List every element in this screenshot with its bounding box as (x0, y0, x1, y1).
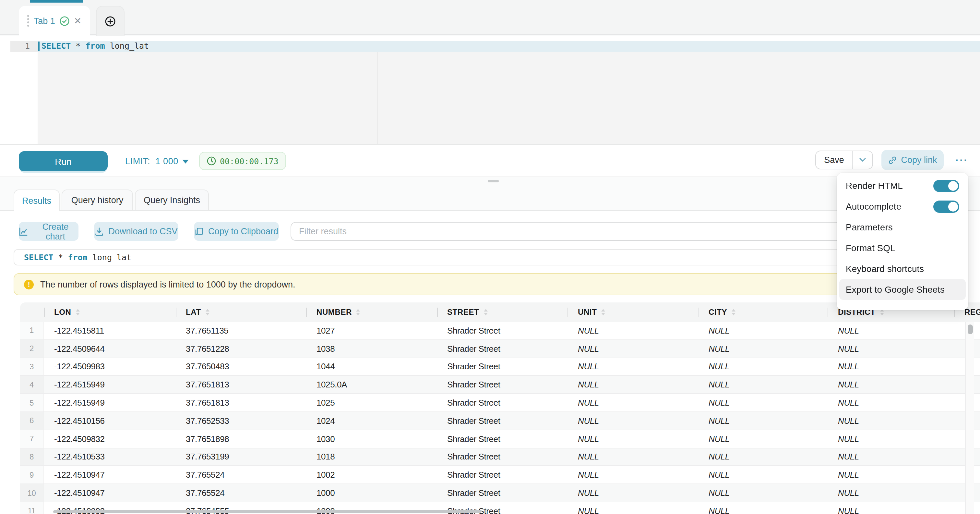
table-cell: 37.7651898 (175, 430, 306, 448)
editor-tab-bar: Tab 1 ✕ (0, 0, 980, 35)
table-cell: NULL (827, 340, 954, 358)
editor-divider (377, 52, 378, 144)
table-cell: -122.4510533 (44, 448, 175, 466)
save-button[interactable]: Save (816, 151, 853, 169)
sort-icon[interactable] (205, 309, 210, 315)
menu-item-export-to-google-sheets[interactable]: Export to Google Sheets (839, 279, 966, 300)
download-csv-button[interactable]: Download to CSV (94, 222, 178, 241)
table-cell: 1024 (306, 412, 437, 429)
editor-empty-area[interactable] (38, 52, 980, 144)
table-cell: 1000 (306, 484, 437, 502)
table-row[interactable]: 5-122.451594937.76518131025Shrader Stree… (20, 394, 980, 412)
menu-item-keyboard-shortcuts[interactable]: Keyboard shortcuts (839, 258, 966, 279)
table-cell: 1025 (306, 394, 437, 412)
editor-gutter (0, 52, 38, 144)
table-cell: -122.4515811 (44, 322, 175, 339)
table-cell: NULL (698, 502, 827, 514)
sql-code-line: SELECT * from long_lat (41, 41, 149, 52)
table-row[interactable]: 4-122.451594937.76518131025.0AShrader St… (20, 376, 980, 394)
editor-active-line[interactable]: 1 SELECT * from long_lat (0, 41, 980, 52)
table-cell: 37.765524 (175, 484, 306, 502)
table-cell: NULL (827, 394, 954, 412)
table-row[interactable]: 1-122.451581137.76511351027Shrader Stree… (20, 322, 980, 340)
menu-item-autocomplete[interactable]: Autocomplete (839, 196, 966, 217)
table-row[interactable]: 10-122.451094737.7655241000Shrader Stree… (20, 484, 980, 502)
column-header-city[interactable]: CITY (698, 302, 827, 322)
table-cell: NULL (568, 430, 698, 448)
table-cell: NULL (698, 448, 827, 466)
tab-results[interactable]: Results (14, 190, 60, 211)
table-row[interactable]: 8-122.451053337.76531991018Shrader Stree… (20, 448, 980, 466)
row-number: 6 (20, 412, 44, 429)
toggle-render-html[interactable] (933, 179, 959, 192)
column-header-lon[interactable]: LON (44, 302, 175, 322)
query-timer-badge: 00:00:00.173 (199, 152, 286, 170)
horizontal-scrollbar-thumb[interactable] (53, 510, 481, 513)
column-header-street[interactable]: STREET (437, 302, 568, 322)
sort-icon[interactable] (76, 309, 80, 315)
sort-icon[interactable] (484, 309, 487, 315)
sort-icon[interactable] (732, 309, 735, 315)
vertical-scrollbar-thumb[interactable] (968, 324, 973, 334)
vertical-scrollbar[interactable] (965, 322, 974, 514)
menu-item-parameters[interactable]: Parameters (839, 217, 966, 238)
table-cell: Shrader Street (437, 394, 568, 412)
new-tab-button[interactable] (96, 6, 124, 36)
tab-label: Tab 1 (34, 16, 55, 26)
column-header-lat[interactable]: LAT (175, 302, 306, 322)
tab-query-history[interactable]: Query history (62, 190, 133, 210)
table-cell: NULL (827, 466, 954, 484)
sort-icon[interactable] (601, 309, 605, 315)
menu-item-format-sql[interactable]: Format SQL (839, 238, 966, 258)
row-number: 3 (20, 358, 44, 375)
sql-editor-app: Tab 1 ✕ 1 SELECT * from long_lat (0, 0, 980, 514)
table-cell: 1027 (306, 322, 437, 339)
more-options-button[interactable]: ··· (952, 150, 972, 170)
toggle-autocomplete[interactable] (933, 200, 959, 212)
table-row[interactable]: 3-122.450998337.76504831044Shrader Stree… (20, 358, 980, 376)
tab-query-insights[interactable]: Query Insights (135, 190, 209, 210)
timer-value: 00:00:00.173 (220, 156, 278, 166)
column-header-unit[interactable]: UNIT (568, 302, 698, 322)
table-cell: Shrader Street (437, 430, 568, 448)
sql-code-editor[interactable]: 1 SELECT * from long_lat (0, 36, 980, 144)
copy-clipboard-button[interactable]: Copy to Clipboard (194, 222, 279, 241)
panel-resize-handle[interactable] (488, 180, 499, 182)
table-cell: NULL (698, 466, 827, 484)
column-header-number[interactable]: NUMBER (306, 302, 437, 322)
table-cell: 1002 (306, 466, 437, 484)
tab-1[interactable]: Tab 1 ✕ (19, 6, 90, 36)
run-button[interactable]: Run (19, 151, 108, 171)
table-row[interactable]: 6-122.451015637.76525331024Shrader Stree… (20, 412, 980, 430)
sort-icon[interactable] (356, 309, 360, 315)
table-cell: 37.7652533 (175, 412, 306, 429)
table-cell: NULL (698, 358, 827, 375)
table-cell: NULL (568, 376, 698, 394)
table-cell: NULL (827, 502, 954, 514)
create-chart-button[interactable]: Create chart (19, 222, 78, 241)
table-cell: -122.4515949 (44, 376, 175, 394)
menu-item-render-html[interactable]: Render HTML (839, 175, 966, 196)
table-cell: 37.7651228 (175, 340, 306, 358)
link-icon (888, 155, 897, 164)
table-row[interactable]: 9-122.451094737.7655241002Shrader Street… (20, 466, 980, 484)
executed-query-display: SELECT * from long_lat (14, 249, 966, 265)
row-number: 11 (20, 502, 44, 514)
table-cell: NULL (568, 412, 698, 429)
close-tab-icon[interactable]: ✕ (74, 16, 81, 25)
table-cell: NULL (698, 430, 827, 448)
table-cell: 1044 (306, 358, 437, 375)
table-cell: NULL (698, 340, 827, 358)
table-cell: NULL (568, 448, 698, 466)
limit-dropdown[interactable]: LIMIT: 1 000 (125, 145, 189, 178)
copy-icon (194, 227, 204, 236)
drag-handle-icon[interactable] (27, 15, 29, 27)
table-cell: -122.4509983 (44, 358, 175, 375)
table-cell: -122.4510156 (44, 412, 175, 429)
table-row[interactable]: 7-122.450983237.76518981030Shrader Stree… (20, 430, 980, 449)
download-icon (95, 227, 104, 236)
save-options-button[interactable] (853, 151, 872, 169)
copy-link-button[interactable]: Copy link (881, 150, 944, 170)
table-row[interactable]: 2-122.450964437.76512281038Shrader Stree… (20, 340, 980, 358)
table-cell: 1038 (306, 340, 437, 358)
